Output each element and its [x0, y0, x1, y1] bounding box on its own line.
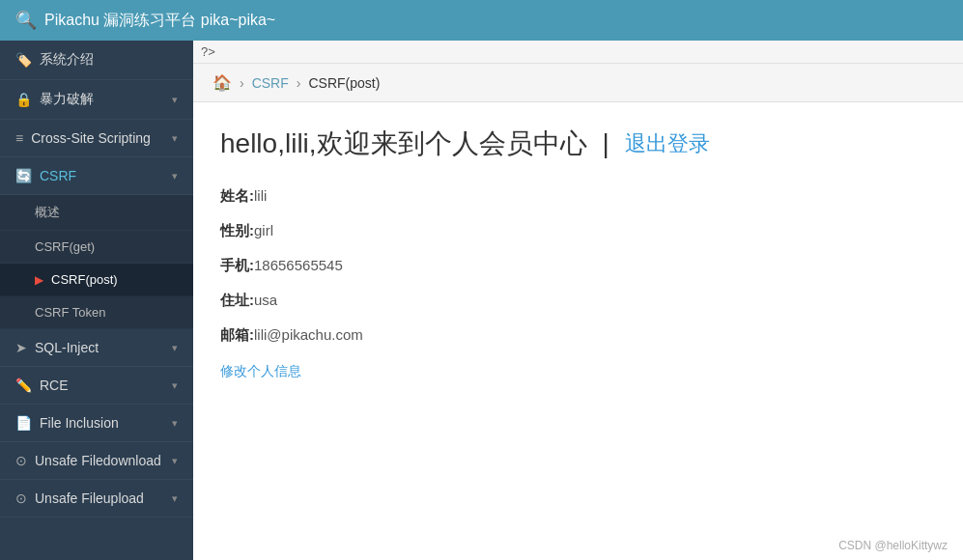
php-tag: ?>: [193, 41, 963, 64]
user-field-4: 邮箱:lili@pikachu.com: [220, 321, 936, 350]
divider-pipe: |: [603, 128, 609, 159]
sidebar-sub-item-csrf-post[interactable]: ▶ CSRF(post): [0, 264, 193, 296]
field-label-0: 姓名:: [220, 187, 254, 204]
breadcrumb: 🏠 › CSRF › CSRF(post): [193, 64, 963, 102]
chevron-icon-xss: ▾: [172, 132, 178, 145]
sidebar-item-intro[interactable]: 🏷️ 系统介绍: [0, 41, 193, 80]
sidebar-item-label-wrap: 📄 File Inclusion: [15, 415, 119, 431]
chevron-icon-fileupload: ▾: [172, 492, 178, 505]
chevron-icon-filedownload: ▾: [172, 455, 178, 467]
breadcrumb-home-icon[interactable]: 🏠: [212, 73, 232, 92]
sidebar-label-filedownload: Unsafe Filedownload: [35, 453, 161, 468]
sidebar-item-label-wrap: 🏷️ 系统介绍: [15, 51, 94, 69]
sidebar-icon-sqlinject: ➤: [15, 340, 27, 355]
sidebar-icon-csrf: 🔄: [15, 168, 32, 183]
sidebar-sub-item-csrf-token[interactable]: CSRF Token: [0, 296, 193, 329]
sidebar-item-csrf[interactable]: 🔄 CSRF ▾: [0, 157, 193, 195]
user-info-section: 姓名:lili性别:girl手机:18656565545住址:usa邮箱:lil…: [220, 182, 936, 350]
sub-label-csrf-token: CSRF Token: [35, 305, 105, 320]
logout-link[interactable]: 退出登录: [625, 129, 710, 158]
sidebar-icon-fileinclusion: 📄: [15, 415, 32, 431]
topbar-icon: 🔍: [15, 10, 37, 31]
sidebar-sub-item-csrf-overview[interactable]: 概述: [0, 195, 193, 231]
sidebar-sub-csrf: 概述 CSRF(get) ▶ CSRF(post) CSRF Token: [0, 195, 193, 329]
modify-link[interactable]: 修改个人信息: [220, 363, 301, 380]
sidebar-item-label-wrap: ➤ SQL-Inject: [15, 340, 99, 355]
chevron-icon-csrf: ▾: [172, 170, 178, 182]
sidebar-item-xss[interactable]: ≡ Cross-Site Scripting ▾: [0, 120, 193, 157]
sidebar-item-brute[interactable]: 🔒 暴力破解 ▾: [0, 80, 193, 120]
heading-text: hello,lili,欢迎来到个人会员中心: [220, 126, 587, 162]
sidebar: 🏷️ 系统介绍 🔒 暴力破解 ▾ ≡ Cross-Site Scripting …: [0, 41, 193, 560]
sidebar-label-fileinclusion: File Inclusion: [40, 415, 119, 431]
field-value-2: 18656565545: [254, 257, 343, 273]
topbar-title: Pikachu 漏洞练习平台 pika~pika~: [44, 11, 275, 31]
active-arrow-csrf-post: ▶: [35, 273, 43, 287]
sidebar-label-intro: 系统介绍: [40, 51, 94, 69]
sidebar-item-fileupload[interactable]: ⊙ Unsafe Fileupload ▾: [0, 480, 193, 518]
field-value-0: lili: [254, 187, 267, 204]
sidebar-icon-intro: 🏷️: [15, 52, 32, 68]
sidebar-label-csrf: CSRF: [40, 168, 76, 183]
field-value-3: usa: [254, 292, 277, 308]
sub-label-csrf-get: CSRF(get): [35, 239, 95, 254]
sidebar-icon-fileupload: ⊙: [15, 490, 27, 506]
sidebar-icon-xss: ≡: [15, 130, 23, 146]
sidebar-item-filedownload[interactable]: ⊙ Unsafe Filedownload ▾: [0, 442, 193, 480]
chevron-icon-brute: ▾: [172, 94, 178, 106]
sidebar-label-xss: Cross-Site Scripting: [31, 130, 151, 146]
breadcrumb-sep1: ›: [240, 75, 244, 91]
field-label-3: 住址:: [220, 292, 254, 308]
field-value-4: lili@pikachu.com: [254, 326, 363, 343]
sidebar-sub-item-csrf-get[interactable]: CSRF(get): [0, 231, 193, 264]
sidebar-item-rce[interactable]: ✏️ RCE ▾: [0, 367, 193, 405]
sidebar-item-label-wrap: 🔒 暴力破解: [15, 91, 94, 108]
sub-label-csrf-post: CSRF(post): [51, 272, 118, 287]
layout: 🏷️ 系统介绍 🔒 暴力破解 ▾ ≡ Cross-Site Scripting …: [0, 41, 963, 560]
chevron-icon-sqlinject: ▾: [172, 342, 178, 354]
sidebar-item-label-wrap: ✏️ RCE: [15, 378, 69, 393]
page-content: hello,lili,欢迎来到个人会员中心 | 退出登录 姓名:lili性别:g…: [193, 102, 963, 404]
user-field-0: 姓名:lili: [220, 182, 936, 210]
user-field-1: 性别:girl: [220, 216, 936, 245]
sidebar-label-sqlinject: SQL-Inject: [35, 340, 99, 355]
topbar: 🔍 Pikachu 漏洞练习平台 pika~pika~: [0, 0, 963, 41]
sidebar-label-rce: RCE: [40, 378, 69, 393]
sidebar-icon-filedownload: ⊙: [15, 453, 27, 468]
user-field-3: 住址:usa: [220, 286, 936, 315]
sidebar-icon-brute: 🔒: [15, 92, 32, 107]
sidebar-item-label-wrap: 🔄 CSRF: [15, 168, 76, 183]
footer-watermark: CSDN @helloKittywz: [838, 539, 948, 552]
field-value-1: girl: [254, 222, 273, 238]
breadcrumb-sep2: ›: [297, 75, 301, 91]
sidebar-item-fileinclusion[interactable]: 📄 File Inclusion ▾: [0, 405, 193, 442]
field-label-4: 邮箱:: [220, 326, 254, 343]
breadcrumb-parent[interactable]: CSRF: [252, 75, 289, 91]
chevron-icon-rce: ▾: [172, 379, 178, 392]
sidebar-icon-rce: ✏️: [15, 378, 32, 393]
sidebar-label-brute: 暴力破解: [40, 91, 94, 108]
page-heading: hello,lili,欢迎来到个人会员中心 | 退出登录: [220, 126, 936, 162]
sub-label-csrf-overview: 概述: [35, 204, 60, 221]
sidebar-item-label-wrap: ⊙ Unsafe Fileupload: [15, 490, 144, 506]
sidebar-label-fileupload: Unsafe Fileupload: [35, 490, 144, 506]
user-field-2: 手机:18656565545: [220, 251, 936, 280]
sidebar-item-label-wrap: ≡ Cross-Site Scripting: [15, 130, 151, 146]
main-content: ?> 🏠 › CSRF › CSRF(post) hello,lili,欢迎来到…: [193, 41, 963, 560]
field-label-2: 手机:: [220, 257, 254, 273]
chevron-icon-fileinclusion: ▾: [172, 417, 178, 430]
sidebar-item-sqlinject[interactable]: ➤ SQL-Inject ▾: [0, 329, 193, 367]
sidebar-item-label-wrap: ⊙ Unsafe Filedownload: [15, 453, 161, 468]
field-label-1: 性别:: [220, 222, 254, 238]
breadcrumb-current: CSRF(post): [308, 75, 380, 91]
